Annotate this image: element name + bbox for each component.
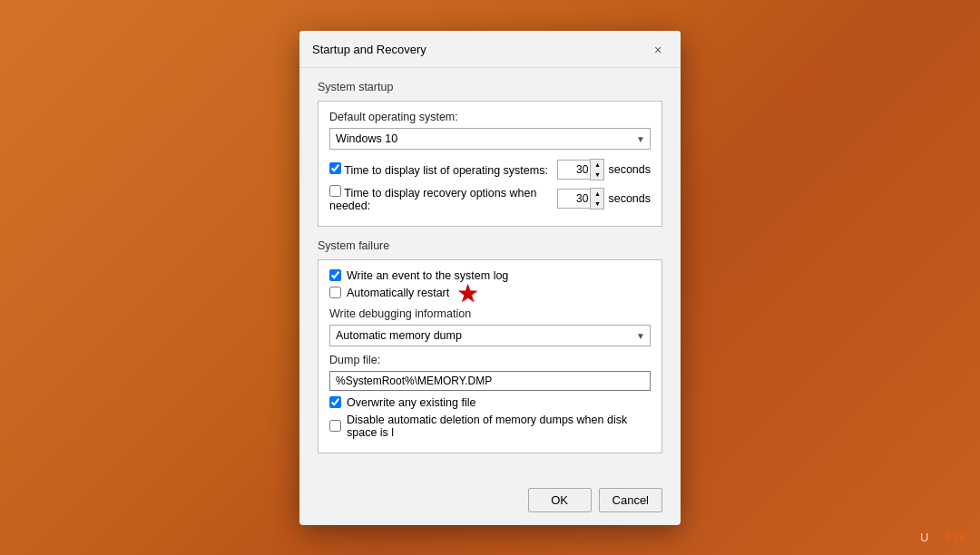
overwrite-checkbox[interactable] [329, 396, 341, 408]
disable-auto-delete-row: Disable automatic deletion of memory dum… [329, 414, 651, 439]
system-failure-label: System failure [318, 239, 662, 252]
watermark-brand: FIX [946, 531, 967, 544]
display-recovery-spinner: ▲ ▼ seconds [557, 188, 651, 209]
default-os-select[interactable]: Windows 10 [329, 128, 651, 150]
dump-type-select-wrapper: Automatic memory dump Complete memory du… [329, 325, 651, 346]
display-list-value[interactable] [557, 160, 590, 180]
display-recovery-decrement[interactable]: ▼ [591, 199, 603, 209]
display-recovery-increment[interactable]: ▲ [591, 189, 603, 199]
system-failure-section: Write an event to the system log Automat… [318, 259, 662, 453]
dialog-title: Startup and Recovery [312, 43, 426, 56]
display-recovery-spinner-btns: ▲ ▼ [590, 188, 604, 209]
display-list-decrement[interactable]: ▼ [591, 170, 603, 180]
auto-restart-label: Automatically restart [347, 287, 449, 299]
display-list-label: Time to display list of operating system… [329, 162, 552, 177]
display-list-checkbox[interactable] [329, 162, 341, 174]
write-event-label: Write an event to the system log [347, 269, 508, 282]
cancel-button[interactable]: Cancel [599, 488, 662, 512]
default-os-select-wrapper: Windows 10 ▼ [329, 128, 651, 150]
title-bar: Startup and Recovery × [299, 31, 681, 68]
system-startup-section: Default operating system: Windows 10 ▼ T… [318, 101, 662, 227]
startup-recovery-dialog: Startup and Recovery × System startup De… [299, 31, 681, 525]
display-list-row: Time to display list of operating system… [329, 159, 651, 180]
dump-file-input[interactable] [329, 371, 651, 391]
disable-auto-delete-label: Disable automatic deletion of memory dum… [347, 414, 651, 439]
display-list-unit: seconds [608, 163, 651, 176]
write-debug-label: Write debugging information [329, 307, 651, 320]
display-recovery-unit: seconds [608, 192, 651, 205]
write-event-checkbox[interactable] [329, 269, 341, 281]
display-recovery-value[interactable] [557, 189, 590, 209]
disable-auto-delete-checkbox[interactable] [329, 420, 341, 432]
close-button[interactable]: × [648, 40, 668, 60]
system-startup-label: System startup [318, 81, 662, 93]
display-recovery-row: Time to display recovery options when ne… [329, 185, 651, 212]
auto-restart-checkbox[interactable] [329, 287, 341, 298]
display-list-spinner-btns: ▲ ▼ [590, 159, 604, 180]
dialog-body: System startup Default operating system:… [299, 68, 681, 481]
ok-button[interactable]: OK [528, 488, 592, 512]
auto-restart-row: Automatically restart ★ [329, 287, 651, 299]
dump-file-label: Dump file: [329, 354, 651, 366]
write-event-row: Write an event to the system log [329, 269, 651, 282]
dump-type-select[interactable]: Automatic memory dump Complete memory du… [329, 325, 651, 346]
dialog-footer: OK Cancel [299, 481, 681, 525]
watermark: U FIX [920, 531, 967, 544]
overwrite-row: Overwrite any existing file [329, 396, 651, 409]
overwrite-label: Overwrite any existing file [347, 396, 475, 409]
display-recovery-checkbox[interactable] [329, 185, 341, 197]
display-list-spinner: ▲ ▼ seconds [557, 159, 651, 180]
display-list-increment[interactable]: ▲ [591, 160, 603, 170]
default-os-label: Default operating system: [329, 111, 651, 123]
display-recovery-label: Time to display recovery options when ne… [329, 185, 552, 212]
